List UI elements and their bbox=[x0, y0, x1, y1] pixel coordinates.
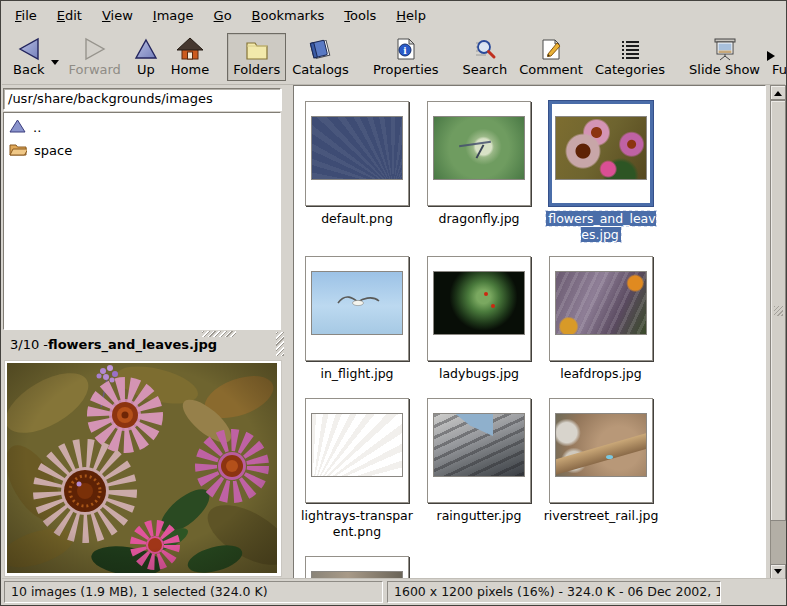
categories-label: Categories bbox=[595, 62, 665, 77]
folders-label: Folders bbox=[233, 62, 280, 77]
folder-item-label: .. bbox=[33, 120, 41, 135]
thumbnail-label: lightrays-transparent.png bbox=[299, 508, 415, 540]
thumbnail-photo bbox=[555, 271, 647, 335]
preview-pane bbox=[2, 358, 284, 579]
arrow-up-icon bbox=[774, 87, 782, 96]
home-icon bbox=[177, 36, 203, 62]
thumbnail-leafdrops[interactable]: leafdrops.jpg bbox=[542, 256, 660, 382]
home-label: Home bbox=[171, 62, 209, 77]
categories-button[interactable]: Categories bbox=[589, 33, 671, 81]
thumbnail-photo bbox=[311, 413, 403, 477]
thumbnail-partial[interactable] bbox=[298, 556, 416, 579]
thumbnail-flowers-and-leaves[interactable]: flowers_and_leaves.jpg bbox=[542, 101, 660, 243]
back-button[interactable]: Back bbox=[7, 33, 51, 81]
thumbnail-card-selected bbox=[549, 101, 653, 206]
thumbnail-card bbox=[427, 256, 531, 361]
folders-button[interactable]: Folders bbox=[227, 33, 286, 81]
pane-resize-grip[interactable] bbox=[202, 331, 236, 337]
menu-help[interactable]: Help bbox=[386, 3, 436, 28]
scrollbar-thumb[interactable] bbox=[770, 100, 786, 521]
menu-go[interactable]: Go bbox=[204, 3, 242, 28]
thumbnail-label: riverstreet_rail.jpg bbox=[543, 508, 659, 524]
forward-label: Forward bbox=[69, 62, 121, 77]
thumbnail-photo bbox=[433, 413, 525, 477]
comment-icon bbox=[539, 36, 563, 62]
properties-label: Properties bbox=[373, 62, 439, 77]
preview-image bbox=[4, 360, 282, 577]
forward-icon bbox=[82, 36, 108, 62]
thumbnail-card bbox=[305, 256, 409, 361]
menu-edit[interactable]: Edit bbox=[47, 3, 92, 28]
thumbnail-label: in_flight.jpg bbox=[299, 366, 415, 382]
toolbar: Back Forward Up Home Folders bbox=[2, 29, 785, 85]
folder-item-space[interactable]: space bbox=[4, 139, 280, 162]
back-history-dropdown-icon[interactable] bbox=[51, 60, 59, 69]
toolbar-overflow-arrow-icon[interactable] bbox=[767, 51, 780, 61]
menu-image[interactable]: Image bbox=[143, 3, 204, 28]
folders-icon bbox=[244, 36, 270, 62]
thumbnail-label: ladybugs.jpg bbox=[421, 366, 537, 382]
menu-bookmarks[interactable]: Bookmarks bbox=[242, 3, 335, 28]
up-button[interactable]: Up bbox=[127, 33, 165, 81]
thumbnail-in-flight[interactable]: in_flight.jpg bbox=[298, 256, 416, 382]
up-icon bbox=[133, 36, 159, 62]
menu-file[interactable]: File bbox=[5, 3, 47, 28]
thumbnail-photo bbox=[433, 116, 525, 180]
thumbnail-raingutter[interactable]: raingutter.jpg bbox=[420, 398, 538, 524]
thumbnail-lightrays[interactable]: lightrays-transparent.png bbox=[298, 398, 416, 540]
slideshow-icon bbox=[712, 36, 738, 62]
properties-button[interactable]: i Properties bbox=[367, 33, 445, 81]
svg-text:i: i bbox=[403, 45, 407, 55]
location-path-input[interactable]: /usr/share/backgrounds/images bbox=[3, 88, 281, 110]
image-position-text: 3/10 - bbox=[10, 337, 48, 352]
slideshow-label: Slide Show bbox=[689, 62, 760, 77]
thumbnail-photo bbox=[311, 116, 403, 180]
up-directory-icon bbox=[9, 119, 26, 136]
menu-tools[interactable]: Tools bbox=[334, 3, 386, 28]
thumbnail-ladybugs[interactable]: ladybugs.jpg bbox=[420, 256, 538, 382]
thumbnail-grid: default.png dragonfly.jpg flowers_and_le… bbox=[293, 85, 766, 579]
folder-item-parent[interactable]: .. bbox=[4, 116, 280, 139]
selected-filename-text: flowers_and_leaves.jpg bbox=[48, 337, 217, 352]
thumbnail-riverstreet-rail[interactable]: riverstreet_rail.jpg bbox=[542, 398, 660, 524]
fullscreen-label: Full Screen bbox=[772, 62, 787, 77]
scroll-down-button[interactable] bbox=[770, 564, 786, 579]
thumbnail-card bbox=[549, 256, 653, 361]
thumbnail-photo bbox=[555, 116, 647, 180]
properties-icon: i bbox=[394, 36, 418, 62]
thumbnail-photo bbox=[555, 413, 647, 477]
thumbnail-label-selected: flowers_and_leaves.jpg bbox=[543, 211, 659, 243]
catalogs-icon bbox=[308, 36, 334, 62]
home-button[interactable]: Home bbox=[165, 33, 215, 81]
folder-item-label: space bbox=[34, 143, 72, 158]
comment-button[interactable]: Comment bbox=[513, 33, 589, 81]
pane-resize-grip[interactable] bbox=[276, 332, 284, 356]
statusbar-image-info: 1600 x 1200 pixels (16%) - 324.0 K - 06 … bbox=[387, 581, 721, 603]
thumbnail-default[interactable]: default.png bbox=[298, 101, 416, 227]
catalogs-button[interactable]: Catalogs bbox=[286, 33, 355, 81]
forward-button[interactable]: Forward bbox=[63, 33, 127, 81]
scroll-up-button[interactable] bbox=[770, 85, 786, 100]
thumbnail-card bbox=[305, 101, 409, 206]
search-button[interactable]: Search bbox=[457, 33, 514, 81]
categories-icon bbox=[617, 36, 643, 62]
thumbnail-label: default.png bbox=[299, 211, 415, 227]
thumbnail-label: raingutter.jpg bbox=[421, 508, 537, 524]
thumbnail-label: dragonfly.jpg bbox=[421, 211, 537, 227]
vertical-scrollbar[interactable] bbox=[770, 85, 786, 579]
folder-icon bbox=[9, 142, 27, 159]
search-icon bbox=[472, 36, 498, 62]
thumbnail-dragonfly[interactable]: dragonfly.jpg bbox=[420, 101, 538, 227]
thumbnail-photo bbox=[311, 271, 403, 335]
statusbar-image-count: 10 images (1.9 MB), 1 selected (324.0 K) bbox=[4, 581, 383, 603]
menu-view[interactable]: View bbox=[92, 3, 143, 28]
up-label: Up bbox=[137, 62, 155, 77]
thumbnail-label: leafdrops.jpg bbox=[543, 366, 659, 382]
statusbar: 10 images (1.9 MB), 1 selected (324.0 K)… bbox=[2, 578, 785, 605]
slideshow-button[interactable]: Slide Show bbox=[683, 33, 766, 81]
thumbnail-card bbox=[305, 398, 409, 503]
gthumb-window: File Edit View Image Go Bookmarks Tools … bbox=[0, 0, 787, 606]
thumbnail-card bbox=[549, 398, 653, 503]
search-label: Search bbox=[463, 62, 508, 77]
thumbnail-card bbox=[427, 101, 531, 206]
